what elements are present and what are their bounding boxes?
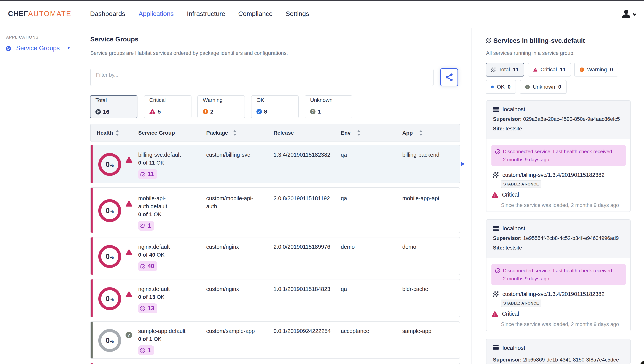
svg-text:?: ? (312, 110, 314, 114)
svg-text:?: ? (128, 332, 130, 337)
svg-text:?: ? (526, 85, 528, 88)
